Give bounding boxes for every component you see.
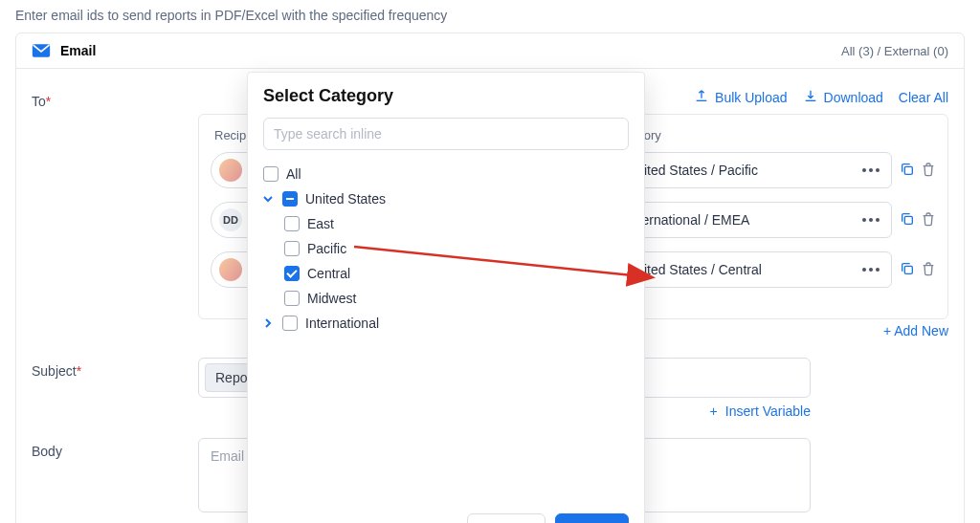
- tree-label: East: [307, 216, 334, 231]
- category-select[interactable]: International / EMEA: [614, 202, 892, 238]
- tree-node-all[interactable]: All: [263, 162, 629, 186]
- clear-all-link[interactable]: Clear All: [899, 90, 948, 105]
- category-tree: All United States East Pacific Central: [263, 162, 629, 336]
- bulk-upload-label: Bulk Upload: [715, 90, 788, 105]
- select-button[interactable]: Select: [555, 513, 629, 523]
- to-label: To: [32, 94, 46, 109]
- copy-icon[interactable]: [900, 162, 915, 180]
- avatar: DD: [219, 208, 242, 231]
- tree-node-midwest[interactable]: Midwest: [284, 286, 629, 311]
- insert-variable-button[interactable]: + Insert Variable: [710, 403, 811, 419]
- checkbox-unchecked[interactable]: [282, 316, 298, 331]
- required-asterisk: *: [46, 94, 51, 109]
- page-description: Enter email ids to send reports in PDF/E…: [15, 8, 965, 23]
- tree-label: Central: [307, 266, 350, 281]
- copy-icon[interactable]: [900, 261, 915, 279]
- tree-label: All: [286, 166, 301, 182]
- tree-node-international[interactable]: International: [263, 311, 629, 336]
- modal-title: Select Category: [263, 86, 629, 106]
- bulk-upload-link[interactable]: Bulk Upload: [694, 88, 788, 106]
- required-asterisk: *: [77, 363, 81, 379]
- category-value: International / EMEA: [627, 212, 749, 228]
- more-icon: [862, 268, 880, 272]
- tree-node-united-states[interactable]: United States: [263, 186, 629, 211]
- insert-variable-label: Insert Variable: [725, 403, 811, 419]
- avatar: [219, 258, 242, 281]
- download-label: Download: [824, 90, 883, 105]
- delete-icon[interactable]: [921, 211, 936, 229]
- tree-label: Pacific: [307, 241, 346, 256]
- cancel-button[interactable]: Cancel: [467, 513, 546, 523]
- email-icon: [32, 43, 51, 58]
- tree-label: United States: [305, 191, 386, 207]
- delete-icon[interactable]: [921, 162, 936, 180]
- category-select[interactable]: United States / Pacific: [614, 152, 892, 188]
- svg-rect-3: [904, 266, 912, 273]
- download-icon: [803, 88, 818, 106]
- checkbox-unchecked[interactable]: [284, 241, 300, 256]
- tree-node-east[interactable]: East: [284, 211, 629, 236]
- checkbox-indeterminate[interactable]: [282, 191, 298, 207]
- checkbox-unchecked[interactable]: [284, 216, 300, 231]
- panel-counts: All (3) / External (0): [841, 44, 948, 58]
- panel-title: Email: [60, 43, 96, 58]
- panel-header: Email All (3) / External (0): [16, 33, 964, 69]
- upload-icon: [694, 88, 709, 106]
- body-label: Body: [32, 444, 62, 459]
- tree-node-pacific[interactable]: Pacific: [284, 236, 629, 261]
- subject-label: Subject: [32, 363, 77, 379]
- tree-label: Midwest: [307, 291, 356, 306]
- chevron-right-icon[interactable]: [263, 318, 275, 328]
- plus-icon: +: [710, 403, 718, 419]
- svg-rect-1: [904, 166, 912, 174]
- svg-rect-2: [904, 216, 912, 224]
- avatar: [219, 159, 242, 182]
- col-header-category: Category: [611, 128, 888, 142]
- download-link[interactable]: Download: [803, 88, 883, 106]
- checkbox-unchecked[interactable]: [284, 291, 300, 306]
- more-icon: [862, 168, 880, 172]
- modal-search-input[interactable]: [263, 118, 629, 150]
- copy-icon[interactable]: [900, 211, 915, 229]
- category-value: United States / Central: [627, 262, 762, 277]
- tree-label: International: [305, 316, 379, 331]
- delete-icon[interactable]: [921, 261, 936, 279]
- tree-node-central[interactable]: Central: [284, 261, 629, 286]
- select-category-modal: Select Category All United States East P…: [247, 72, 645, 523]
- category-value: United States / Pacific: [627, 163, 758, 178]
- checkbox-checked[interactable]: [284, 266, 300, 281]
- more-icon: [862, 218, 880, 222]
- category-select[interactable]: United States / Central: [614, 251, 892, 288]
- checkbox-unchecked[interactable]: [263, 166, 278, 182]
- chevron-down-icon[interactable]: [263, 194, 275, 204]
